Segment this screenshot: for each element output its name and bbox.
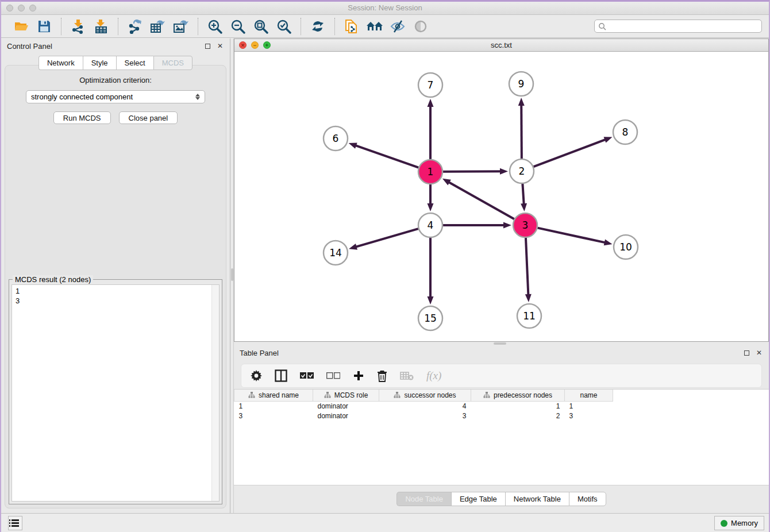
table-cell[interactable]: 3 bbox=[234, 411, 313, 421]
graph-node-6[interactable]: 6 bbox=[324, 126, 348, 151]
open-session-icon[interactable] bbox=[11, 18, 31, 35]
graph-node-3[interactable]: 3 bbox=[513, 213, 537, 237]
graph-node-10[interactable]: 10 bbox=[614, 235, 638, 259]
graph-edge-4-14[interactable] bbox=[349, 229, 418, 250]
column-header-shared-name[interactable]: shared name bbox=[234, 390, 313, 401]
table-cell[interactable]: 3 bbox=[565, 411, 613, 421]
network-canvas[interactable]: 7968124314101511 bbox=[234, 52, 768, 341]
table-cell[interactable]: 1 bbox=[471, 401, 565, 411]
close-panel-button[interactable]: Close panel bbox=[119, 111, 178, 124]
export-image-icon[interactable] bbox=[171, 18, 191, 35]
panel-splitter-vertical[interactable] bbox=[230, 38, 234, 513]
import-network-icon[interactable] bbox=[68, 18, 88, 35]
graph-node-9[interactable]: 9 bbox=[509, 72, 533, 96]
result-scrollbar[interactable] bbox=[211, 285, 219, 501]
criterion-select[interactable]: strongly connected component bbox=[26, 90, 205, 103]
graph-edge-1-6[interactable] bbox=[349, 142, 419, 167]
table-tab-edge-table[interactable]: Edge Table bbox=[451, 492, 505, 506]
graph-edge-2-9[interactable] bbox=[518, 98, 525, 159]
graph-node-4[interactable]: 4 bbox=[418, 213, 442, 237]
shared-column-icon bbox=[248, 392, 255, 398]
table-cell[interactable]: 3 bbox=[379, 411, 471, 421]
zoom-selected-icon[interactable] bbox=[274, 18, 294, 35]
graph-edge-1-2[interactable] bbox=[443, 168, 508, 175]
graph-edge-2-3[interactable] bbox=[521, 184, 527, 211]
network-maximize-icon[interactable]: + bbox=[263, 41, 271, 49]
show-hidden-icon[interactable] bbox=[411, 18, 430, 35]
window-zoom-button[interactable] bbox=[29, 5, 36, 11]
control-panel: Control Panel ✕ NetworkStyleSelectMCDS O… bbox=[1, 38, 230, 513]
hide-selected-icon[interactable] bbox=[388, 18, 407, 35]
refresh-icon[interactable] bbox=[308, 18, 328, 35]
settings-gear-icon[interactable] bbox=[251, 370, 262, 381]
task-list-icon bbox=[11, 519, 19, 527]
search-box[interactable] bbox=[594, 20, 762, 33]
table-cell[interactable]: dominator bbox=[313, 411, 379, 421]
memory-button[interactable]: Memory bbox=[714, 516, 764, 530]
toggle-columns-icon[interactable] bbox=[275, 369, 287, 382]
column-header-successor-nodes[interactable]: successor nodes bbox=[379, 390, 471, 401]
import-table-icon[interactable] bbox=[91, 18, 111, 35]
graph-node-1[interactable]: 1 bbox=[418, 160, 442, 184]
table-tab-motifs[interactable]: Motifs bbox=[569, 492, 606, 506]
select-all-checks-icon[interactable] bbox=[300, 372, 314, 380]
graph-edge-1-4[interactable] bbox=[428, 184, 434, 211]
graph-edge-3-1[interactable] bbox=[442, 179, 514, 219]
graph-edge-4-15[interactable] bbox=[428, 238, 434, 304]
clone-network-icon[interactable] bbox=[342, 18, 361, 35]
graph-node-8[interactable]: 8 bbox=[613, 120, 637, 144]
table-cell[interactable]: dominator bbox=[313, 401, 379, 411]
table-cell[interactable]: 1 bbox=[565, 401, 613, 411]
control-tab-network[interactable]: Network bbox=[38, 56, 83, 70]
graph-node-15[interactable]: 15 bbox=[418, 306, 442, 330]
table-cell[interactable]: 2 bbox=[471, 411, 565, 421]
network-window-titlebar[interactable]: ✕ − + scc.txt bbox=[234, 39, 768, 52]
graph-node-7[interactable]: 7 bbox=[418, 73, 442, 97]
table-row[interactable]: 3dominator323 bbox=[234, 411, 613, 421]
table-panel-close-icon[interactable]: ✕ bbox=[755, 349, 763, 357]
window-close-button[interactable] bbox=[6, 5, 13, 11]
run-mcds-button[interactable]: Run MCDS bbox=[53, 111, 111, 124]
control-tab-style[interactable]: Style bbox=[83, 56, 116, 70]
search-input[interactable] bbox=[606, 22, 758, 30]
zoom-fit-icon[interactable] bbox=[251, 18, 271, 35]
window-controls bbox=[6, 5, 36, 11]
zoom-in-icon[interactable] bbox=[205, 18, 225, 35]
add-column-icon[interactable] bbox=[353, 370, 364, 381]
graph-node-14[interactable]: 14 bbox=[324, 241, 348, 265]
control-tab-mcds[interactable]: MCDS bbox=[153, 56, 192, 70]
network-minimize-icon[interactable]: − bbox=[251, 41, 259, 49]
column-header-MCDS-role[interactable]: MCDS role bbox=[313, 390, 379, 401]
delete-column-icon[interactable] bbox=[377, 370, 387, 382]
graph-node-2[interactable]: 2 bbox=[510, 159, 534, 183]
control-tab-select[interactable]: Select bbox=[116, 56, 153, 70]
zoom-out-icon[interactable] bbox=[228, 18, 248, 35]
table-panel-float-icon[interactable] bbox=[742, 349, 750, 357]
delete-table-icon[interactable] bbox=[400, 371, 414, 380]
table-tab-node-table[interactable]: Node Table bbox=[396, 492, 451, 506]
table-row[interactable]: 1dominator411 bbox=[234, 401, 613, 411]
network-close-icon[interactable]: ✕ bbox=[239, 41, 247, 49]
column-header-predecessor-nodes[interactable]: predecessor nodes bbox=[471, 390, 565, 401]
export-network-icon[interactable] bbox=[125, 18, 145, 35]
table-tab-network-table[interactable]: Network Table bbox=[505, 492, 569, 506]
table-cell[interactable]: 4 bbox=[379, 401, 471, 411]
graph-edge-3-11[interactable] bbox=[525, 238, 532, 302]
function-builder-icon[interactable]: f(x) bbox=[426, 369, 441, 382]
first-neighbors-icon[interactable] bbox=[365, 18, 384, 35]
clear-checks-icon[interactable] bbox=[326, 372, 340, 380]
graph-edge-4-3[interactable] bbox=[443, 222, 511, 229]
control-panel-float-icon[interactable] bbox=[203, 42, 211, 50]
control-panel-close-icon[interactable]: ✕ bbox=[216, 42, 224, 50]
task-history-button[interactable] bbox=[8, 516, 22, 530]
graph-edge-3-10[interactable] bbox=[537, 228, 612, 246]
graph-edge-2-8[interactable] bbox=[534, 137, 613, 167]
column-header-name[interactable]: name bbox=[565, 390, 613, 401]
graph-edge-1-7[interactable] bbox=[428, 99, 434, 159]
export-table-icon[interactable] bbox=[148, 18, 168, 35]
window-minimize-button[interactable] bbox=[18, 5, 25, 11]
graph-node-11[interactable]: 11 bbox=[517, 304, 541, 328]
table-cell[interactable]: 1 bbox=[234, 401, 313, 411]
save-session-icon[interactable] bbox=[34, 18, 54, 35]
mcds-result-list[interactable]: 13 bbox=[11, 284, 220, 502]
